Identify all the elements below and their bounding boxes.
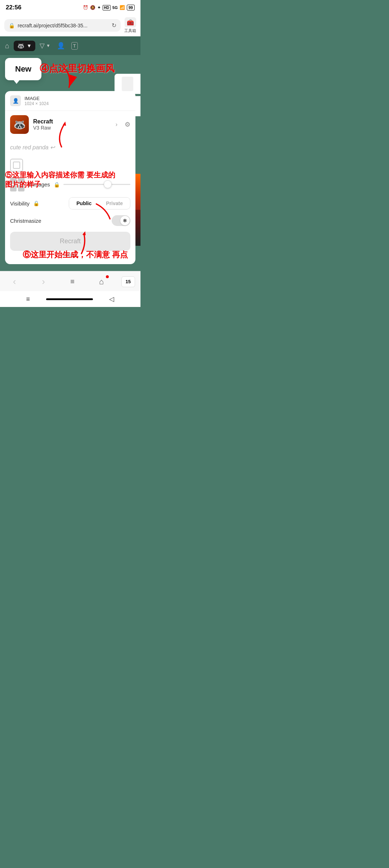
style-info: Recraft V3 Raw bbox=[33, 118, 111, 131]
brand-chevron: ▼ bbox=[27, 43, 32, 49]
url-text: recraft.ai/project/d5f5bc38-35... bbox=[18, 23, 109, 28]
status-bar: 22:56 ⏰ 🔕 ✦ HD 5G 📶 99 bbox=[0, 0, 140, 14]
brand-button[interactable]: 🦝 ▼ bbox=[14, 41, 35, 51]
select-chevron: ▼ bbox=[46, 43, 50, 48]
new-button-popup[interactable]: New bbox=[5, 58, 41, 80]
toolbox-icon: 🧰 bbox=[125, 17, 136, 27]
public-button[interactable]: Public bbox=[69, 198, 99, 209]
private-button[interactable]: Private bbox=[99, 198, 130, 209]
images-count-row: 2 images 🔒 bbox=[10, 177, 130, 191]
image-info: IMAGE 1024 × 1024 bbox=[24, 96, 49, 106]
christmasize-row: Christmasize ❄ bbox=[10, 215, 130, 226]
app-toolbar: ⌂ 🦝 ▼ ▽ ▼ 👤 T bbox=[0, 36, 140, 55]
system-back-icon[interactable]: ◁ bbox=[109, 295, 114, 303]
new-label: New bbox=[15, 64, 31, 73]
brand-logo: 🦝 bbox=[17, 42, 24, 49]
style-sub: V3 Raw bbox=[33, 125, 111, 131]
status-icons: ⏰ 🔕 ✦ HD 5G 📶 99 bbox=[83, 5, 135, 10]
home-indicator: ≡ ◁ bbox=[0, 291, 140, 307]
visibility-row: Visibility 🔒 Public Private bbox=[10, 197, 130, 209]
style-chevron-icon: › bbox=[116, 121, 117, 128]
hd-icon: HD bbox=[103, 5, 111, 10]
forward-button[interactable]: › bbox=[35, 275, 53, 288]
tool-icon-1[interactable]: ⚙ bbox=[125, 121, 130, 128]
image-type-icon: 👤 bbox=[10, 95, 21, 106]
face-icon: 👤 bbox=[57, 42, 65, 50]
recraft-button[interactable]: Recraft bbox=[10, 232, 130, 251]
progress-text: …68%… bbox=[10, 251, 130, 259]
mute-icon: 🔕 bbox=[90, 5, 95, 10]
visibility-lock-icon: 🔒 bbox=[33, 200, 39, 206]
back-icon: ‹ bbox=[13, 276, 16, 287]
status-time: 22:56 bbox=[6, 4, 21, 11]
image-info-row: 👤 IMAGE 1024 × 1024 bbox=[5, 91, 135, 111]
christmasize-label: Christmasize bbox=[10, 218, 112, 224]
battery-icon: 99 bbox=[127, 5, 135, 10]
text-icon: T bbox=[71, 42, 78, 50]
img-cell-3 bbox=[10, 185, 17, 191]
style-name: Recraft bbox=[33, 118, 111, 125]
forward-icon: › bbox=[42, 276, 45, 287]
signal-bars-icon: 📶 bbox=[120, 5, 125, 10]
style-selector-row[interactable]: 🦝 Recraft V3 Raw › ⚙ bbox=[5, 111, 135, 138]
main-area: New Re... 👤 IMAGE 1024 × 1024 🦝 bbox=[0, 55, 140, 271]
style-avatar: 🦝 bbox=[10, 115, 29, 134]
lock-icon: 🔒 bbox=[54, 182, 60, 187]
img-cell-2 bbox=[18, 177, 24, 184]
settings-area: 2 images 🔒 Visibility 🔒 Public Private C… bbox=[5, 154, 135, 264]
toolbox-button[interactable]: 🧰 工具箱 bbox=[124, 17, 136, 33]
back-button[interactable]: ‹ bbox=[5, 275, 23, 288]
images-slider[interactable] bbox=[63, 184, 130, 185]
visibility-label: Visibility bbox=[10, 200, 30, 207]
tool-select[interactable]: ▽ ▼ bbox=[40, 42, 50, 50]
image-dims: 1024 × 1024 bbox=[24, 101, 49, 106]
home-notification-dot bbox=[106, 275, 109, 278]
aspect-box[interactable] bbox=[10, 159, 23, 172]
slider-thumb bbox=[104, 180, 112, 188]
toggle-knob: ❄ bbox=[120, 216, 130, 225]
annotation-text-1: ④点这里切换画风 bbox=[40, 62, 115, 75]
text-button[interactable]: T bbox=[71, 42, 78, 50]
lock-icon: 🔒 bbox=[9, 23, 15, 28]
face-button[interactable]: 👤 bbox=[57, 42, 65, 50]
select-icon: ▽ bbox=[40, 42, 45, 50]
tabs-count: 15 bbox=[126, 279, 131, 284]
aspect-ratio-row bbox=[10, 159, 130, 172]
dropdown-panel: 👤 IMAGE 1024 × 1024 🦝 Recraft V3 Raw › ⚙ bbox=[5, 91, 135, 264]
refresh-icon[interactable]: ↻ bbox=[112, 22, 116, 29]
img-cell-1 bbox=[10, 177, 17, 184]
url-field[interactable]: 🔒 recraft.ai/project/d5f5bc38-35... ↻ bbox=[4, 19, 121, 32]
aspect-inner bbox=[13, 162, 20, 169]
home-icon[interactable]: ⌂ bbox=[5, 42, 9, 50]
bottom-nav: ‹ › ≡ ⌂ 15 bbox=[0, 271, 140, 291]
5g-icon1: 5G bbox=[112, 5, 118, 10]
home-icon: ⌂ bbox=[99, 277, 104, 286]
home-button[interactable]: ⌂ bbox=[92, 275, 110, 288]
images-count-label: 2 images bbox=[28, 181, 50, 187]
menu-icon: ≡ bbox=[70, 277, 75, 286]
tabs-button[interactable]: 15 bbox=[121, 276, 135, 287]
style-tools: ⚙ bbox=[125, 121, 130, 128]
system-menu-icon[interactable]: ≡ bbox=[26, 295, 30, 303]
bluetooth-icon: ✦ bbox=[97, 5, 101, 10]
prompt-hint: cute red panda ↩ bbox=[5, 138, 135, 154]
christmasize-toggle[interactable]: ❄ bbox=[112, 215, 130, 226]
visibility-toggle[interactable]: Public Private bbox=[69, 197, 130, 209]
alarm-icon: ⏰ bbox=[83, 5, 88, 10]
url-bar: 🔒 recraft.ai/project/d5f5bc38-35... ↻ 🧰 … bbox=[0, 14, 140, 36]
home-bar bbox=[46, 298, 93, 300]
img-cell-4 bbox=[18, 185, 24, 191]
images-grid bbox=[10, 177, 24, 191]
toolbox-label: 工具箱 bbox=[124, 28, 136, 33]
image-label: IMAGE bbox=[24, 96, 49, 101]
menu-button[interactable]: ≡ bbox=[63, 275, 81, 288]
